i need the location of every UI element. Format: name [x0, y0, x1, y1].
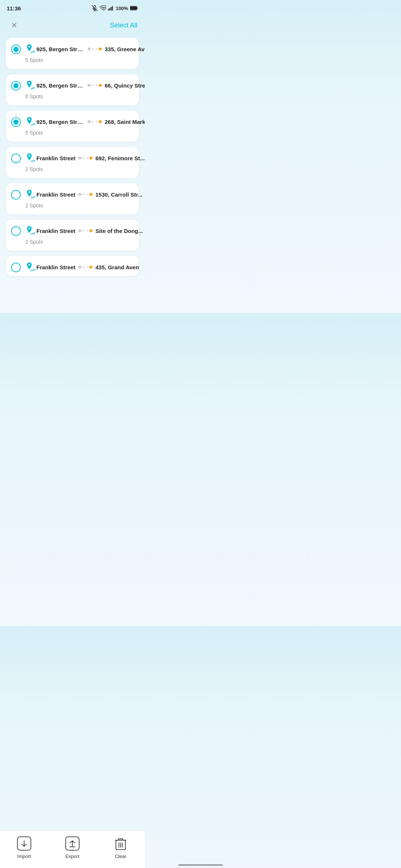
route-arrow [78, 157, 92, 160]
location-icon-wrap [25, 80, 34, 91]
svg-rect-5 [109, 8, 110, 10]
route-card[interactable]: Franklin Street 435, Grand Aven... [6, 256, 139, 276]
spots-label: 2 Spots [25, 239, 143, 245]
route-card[interactable]: 925, Bergen Stre... 268, Saint Marks...5… [6, 111, 139, 142]
location-icon-wrap [25, 153, 34, 163]
dashed-line [82, 230, 89, 231]
radio-button[interactable] [11, 81, 21, 91]
radio-button[interactable] [11, 117, 21, 127]
signal-icon [108, 6, 114, 11]
dot-gray [78, 229, 81, 232]
trending-icon [30, 159, 35, 163]
trending-icon [30, 231, 35, 236]
dot-gray [88, 47, 91, 50]
radio-button[interactable] [11, 263, 21, 272]
from-label: Franklin Street [36, 191, 75, 198]
svg-rect-7 [112, 6, 113, 10]
battery-icon [130, 6, 138, 10]
close-button[interactable]: ✕ [7, 19, 21, 32]
route-arrow [88, 47, 102, 50]
wifi-icon [100, 6, 106, 11]
svg-point-12 [29, 119, 30, 121]
route-card[interactable]: Franklin Street 692, Fenimore St...2 Spo… [6, 147, 139, 178]
trending-icon [30, 268, 35, 272]
svg-point-14 [29, 191, 30, 193]
svg-rect-9 [130, 7, 137, 10]
card-content: Franklin Street 692, Fenimore St...2 Spo… [25, 153, 145, 172]
location-icon-wrap [25, 116, 34, 127]
from-section: 925, Bergen Stre... [25, 116, 85, 127]
svg-point-15 [29, 228, 30, 230]
status-bar: 11:36 100% [0, 0, 145, 15]
radio-button[interactable] [11, 45, 21, 54]
from-section: 925, Bergen Stre... [25, 44, 85, 54]
card-content: 925, Bergen Stre... 66, Quincy Stree...8… [25, 80, 145, 99]
route-card[interactable]: 925, Bergen Stre... 335, Greene Ave...5 … [6, 38, 139, 69]
location-icon-wrap [25, 189, 34, 200]
from-label: 925, Bergen Stre... [36, 46, 85, 52]
route-arrow [78, 266, 92, 269]
route-card[interactable]: Franklin Street Site of the Dong...2 Spo… [6, 220, 139, 251]
from-label: Franklin Street [36, 155, 75, 161]
svg-point-16 [29, 264, 30, 266]
dot-gray [88, 84, 91, 87]
top-bar: ✕ Select All [0, 15, 145, 38]
radio-button[interactable] [11, 190, 21, 200]
radio-button[interactable] [11, 154, 21, 163]
card-content: Franklin Street 435, Grand Aven... [25, 262, 139, 272]
card-content: 925, Bergen Stre... 268, Saint Marks...5… [25, 116, 145, 136]
route-info: Franklin Street 1530, Carroll Str... [25, 189, 143, 200]
status-time: 11:36 [7, 5, 21, 11]
svg-point-3 [103, 10, 104, 11]
spots-label: 5 Spots [25, 130, 145, 136]
svg-point-10 [29, 46, 30, 48]
radio-button[interactable] [11, 226, 21, 236]
close-icon: ✕ [11, 21, 17, 30]
dot-orange [99, 47, 102, 50]
dashed-line [82, 194, 89, 195]
dot-orange [89, 193, 92, 196]
from-section: Franklin Street [25, 226, 75, 236]
dot-gray [88, 120, 91, 123]
route-info: 925, Bergen Stre... 66, Quincy Stree... [25, 80, 145, 91]
status-icons: 100% [92, 5, 138, 11]
from-label: Franklin Street [36, 228, 75, 234]
to-label: Site of the Dong... [95, 228, 143, 234]
dashed-line [91, 85, 98, 86]
route-arrow [88, 120, 102, 123]
dot-gray [78, 266, 81, 269]
route-arrow [88, 84, 102, 87]
from-section: Franklin Street [25, 262, 75, 272]
spots-label: 8 Spots [25, 93, 145, 99]
from-label: 925, Bergen Stre... [36, 119, 85, 125]
from-label: 925, Bergen Stre... [36, 82, 85, 89]
battery-text: 100% [116, 6, 128, 11]
spots-label: 2 Spots [25, 203, 143, 208]
from-section: Franklin Street [25, 189, 75, 200]
route-card[interactable]: Franklin Street 1530, Carroll Str...2 Sp… [6, 183, 139, 214]
to-label: 1530, Carroll Str... [95, 191, 143, 198]
svg-rect-6 [111, 7, 111, 11]
route-info: 925, Bergen Stre... 335, Greene Ave... [25, 44, 145, 54]
card-content: Franklin Street 1530, Carroll Str...2 Sp… [25, 189, 143, 208]
card-content: Franklin Street Site of the Dong...2 Spo… [25, 226, 143, 245]
svg-rect-4 [108, 9, 109, 11]
trending-icon [30, 195, 35, 200]
dashed-line [82, 158, 89, 158]
location-icon-wrap [25, 44, 34, 54]
route-info: 925, Bergen Stre... 268, Saint Marks... [25, 116, 145, 127]
dot-orange [89, 266, 92, 269]
route-arrow [78, 229, 92, 232]
card-content: 925, Bergen Stre... 335, Greene Ave...5 … [25, 44, 145, 63]
route-info: Franklin Street 692, Fenimore St... [25, 153, 145, 163]
route-arrow [78, 193, 92, 196]
dot-orange [99, 84, 102, 87]
to-label: 268, Saint Marks... [105, 119, 145, 125]
trending-icon [30, 122, 35, 127]
route-card[interactable]: 925, Bergen Stre... 66, Quincy Stree...8… [6, 74, 139, 105]
route-list: 925, Bergen Stre... 335, Greene Ave...5 … [0, 38, 145, 313]
trending-icon [30, 86, 35, 91]
select-all-button[interactable]: Select All [110, 22, 137, 29]
dot-orange [89, 229, 92, 232]
from-section: 925, Bergen Stre... [25, 80, 85, 91]
